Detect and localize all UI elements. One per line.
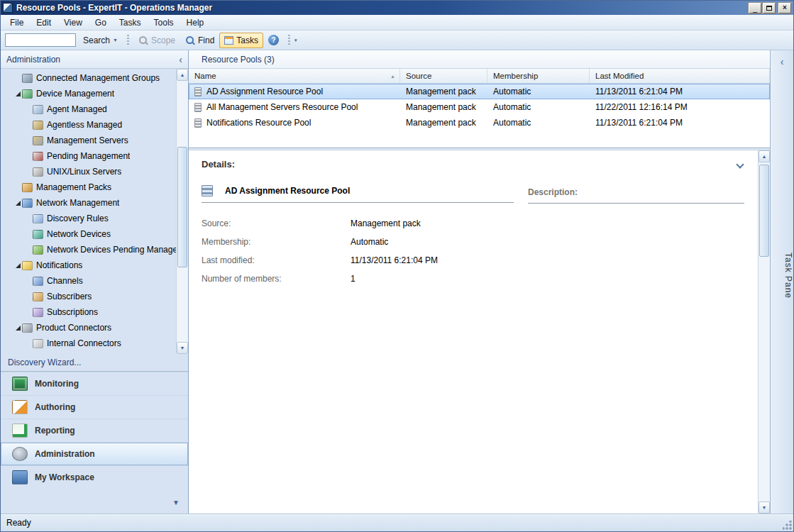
tree-item-device-management[interactable]: Device Management <box>1 86 176 101</box>
expanded-triangle-icon[interactable] <box>13 89 22 98</box>
collapse-pane-icon[interactable]: ‹ <box>179 55 182 64</box>
column-label: Membership <box>493 72 538 80</box>
tree-item-agent-managed[interactable]: Agent Managed <box>1 101 176 117</box>
nav-administration[interactable]: Administration <box>1 442 188 465</box>
field-value: Automatic <box>351 237 388 247</box>
toolbar-grip <box>127 35 129 46</box>
scroll-up-icon[interactable]: ▲ <box>759 150 770 162</box>
results-pane-header: Resource Pools (3) <box>189 50 770 69</box>
toolbar: Search ▼ Scope Find Tasks ? ▾ <box>1 31 793 50</box>
tree-item-subscribers[interactable]: Subscribers <box>1 289 176 304</box>
nav-authoring[interactable]: Authoring <box>1 395 188 419</box>
tree-item-subscriptions[interactable]: Subscriptions <box>1 304 176 320</box>
tree-scrollbar[interactable]: ▲ ▼ <box>176 69 188 354</box>
expanded-triangle-icon[interactable] <box>13 261 22 270</box>
status-text: Ready <box>6 518 31 528</box>
field-label: Last modified: <box>202 255 351 265</box>
navigation-pane-header: Administration ‹ <box>1 50 188 69</box>
expanded-triangle-icon[interactable] <box>13 323 22 332</box>
tree-item-connected-management-groups[interactable]: Connected Management Groups <box>1 70 176 86</box>
cell-name: Notifications Resource Pool <box>189 118 400 128</box>
menu-view[interactable]: View <box>57 16 89 30</box>
nav-options-chevron-icon[interactable]: ▼ <box>170 497 182 508</box>
tree-item-unix-linux-servers[interactable]: UNIX/Linux Servers <box>1 164 176 179</box>
tree-item-label: UNIX/Linux Servers <box>47 167 121 177</box>
table-row[interactable]: Notifications Resource Pool Management p… <box>189 115 770 131</box>
tree-item-network-devices[interactable]: Network Devices <box>1 226 176 242</box>
close-button[interactable]: × <box>778 3 791 13</box>
expand-task-pane-icon[interactable]: ‹ <box>771 57 793 66</box>
divider <box>528 203 744 204</box>
tree-item-pending-management[interactable]: Pending Management <box>1 148 176 164</box>
resource-pool-icon <box>194 118 202 128</box>
expanded-triangle-icon[interactable] <box>13 199 22 207</box>
scroll-down-icon[interactable]: ▼ <box>759 501 770 514</box>
scrollbar-thumb[interactable] <box>177 147 187 267</box>
column-header-source[interactable]: Source <box>400 69 487 83</box>
cell-last-modified: 11/13/2011 6:21:04 PM <box>590 118 770 128</box>
tree-item-management-packs[interactable]: Management Packs <box>1 179 176 195</box>
tree-item-management-servers[interactable]: Management Servers <box>1 133 176 148</box>
find-button[interactable]: Find <box>180 33 219 48</box>
table-row[interactable]: AD Assignment Resource Pool Management p… <box>189 84 770 99</box>
scroll-up-icon[interactable]: ▲ <box>177 69 188 81</box>
details-header-row: Details: <box>202 159 746 170</box>
pending-management-icon <box>33 152 43 161</box>
menu-help[interactable]: Help <box>180 16 211 30</box>
scroll-down-icon[interactable]: ▼ <box>177 342 188 354</box>
toolbar-overflow-icon[interactable]: ▾ <box>294 38 297 43</box>
my-workspace-icon <box>12 470 28 484</box>
scrollbar-thumb[interactable] <box>759 165 769 257</box>
window-title: Resource Pools - ExpertIT - Operations M… <box>16 3 747 13</box>
menu-bar: File Edit View Go Tasks Tools Help <box>1 15 793 31</box>
tree-item-product-connectors[interactable]: Product Connectors <box>1 320 176 336</box>
title-bar: Resource Pools - ExpertIT - Operations M… <box>1 1 793 15</box>
column-label: Last Modified <box>595 72 644 80</box>
column-header-membership[interactable]: Membership <box>487 69 590 83</box>
maximize-button[interactable] <box>763 3 776 13</box>
menu-edit[interactable]: Edit <box>30 16 57 30</box>
field-label: Number of members: <box>202 274 351 284</box>
collapse-details-icon[interactable] <box>736 160 744 168</box>
tree-item-agentless-managed[interactable]: Agentless Managed <box>1 117 176 133</box>
menu-file[interactable]: File <box>4 16 30 30</box>
tree-item-notifications[interactable]: Notifications <box>1 257 176 273</box>
tree-item-label: Management Servers <box>47 135 128 145</box>
search-input[interactable] <box>5 33 76 47</box>
column-header-last-modified[interactable]: Last Modified <box>590 69 770 83</box>
menu-tools[interactable]: Tools <box>148 16 180 30</box>
internal-connectors-icon <box>33 339 43 348</box>
results-pane: Resource Pools (3) Name ▲ Source Members… <box>189 50 771 514</box>
menu-tasks[interactable]: Tasks <box>113 16 148 30</box>
tree-item-internal-connectors[interactable]: Internal Connectors <box>1 336 176 351</box>
column-header-name[interactable]: Name ▲ <box>189 69 400 83</box>
search-dropdown-button[interactable]: Search ▼ <box>78 33 123 48</box>
tree-item-label: Device Management <box>36 89 114 99</box>
discovery-wizard-link[interactable]: Discovery Wizard... <box>8 358 81 367</box>
resize-grip[interactable] <box>783 521 792 530</box>
field-value: 1 <box>351 274 355 284</box>
tasks-button[interactable]: Tasks <box>219 33 263 48</box>
nav-reporting[interactable]: Reporting <box>1 419 188 442</box>
minimize-button[interactable]: _ <box>749 3 761 13</box>
field-value: 11/13/2011 6:21:04 PM <box>351 255 438 265</box>
menu-go[interactable]: Go <box>89 16 113 30</box>
scope-button[interactable]: Scope <box>133 33 180 48</box>
table-header: Name ▲ Source Membership Last Modified <box>189 69 770 84</box>
details-scrollbar[interactable]: ▲ ▼ <box>758 150 770 514</box>
table-row[interactable]: All Management Servers Resource Pool Man… <box>189 99 770 115</box>
scope-button-label: Scope <box>151 35 175 45</box>
nav-monitoring[interactable]: Monitoring <box>1 372 188 395</box>
tree-item-discovery-rules[interactable]: Discovery Rules <box>1 211 176 226</box>
task-pane-strip[interactable]: ‹ Task Pane <box>771 50 793 514</box>
nav-my-workspace[interactable]: My Workspace <box>1 465 188 489</box>
cell-membership: Automatic <box>487 118 590 128</box>
resource-pools-list: Name ▲ Source Membership Last Modified <box>189 69 770 148</box>
tree-item-channels[interactable]: Channels <box>1 273 176 289</box>
tree-item-label: Network Management <box>36 198 119 208</box>
help-button[interactable]: ? <box>263 32 284 48</box>
tree-item-label: Subscriptions <box>47 307 98 317</box>
nav-label: Monitoring <box>35 379 79 389</box>
tree-item-network-management[interactable]: Network Management <box>1 195 176 211</box>
tree-item-network-devices-pending-management[interactable]: Network Devices Pending Managemen <box>1 242 176 257</box>
